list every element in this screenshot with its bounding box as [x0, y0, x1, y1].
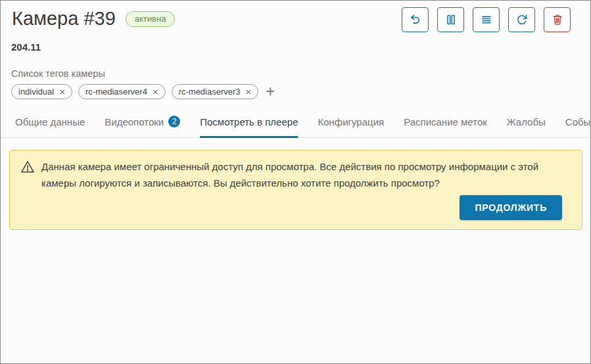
tag-label: rc-mediaserver3	[179, 87, 241, 97]
undo-button[interactable]	[402, 7, 429, 32]
tab-configuration[interactable]: Конфигурация	[318, 108, 384, 138]
toolbar	[402, 7, 571, 32]
title-wrap: Камера #39 активна	[12, 7, 175, 30]
tab-mark-schedule[interactable]: Расписание меток	[404, 108, 487, 138]
tab-general[interactable]: Общие данные	[15, 108, 85, 138]
tab-label: Конфигурация	[318, 116, 384, 127]
remove-tag-icon[interactable]: ×	[153, 87, 158, 97]
warning-text: Данная камера имеет ограниченный доступ …	[41, 158, 571, 191]
tab-count-badge: 2	[168, 116, 180, 127]
tab-label: События	[565, 116, 591, 127]
add-tag-button[interactable]: +	[266, 83, 275, 99]
remove-tag-icon[interactable]: ×	[246, 87, 252, 97]
tags-label: Список тегов камеры	[11, 68, 580, 79]
restricted-access-warning: Данная камера имеет ограниченный доступ …	[9, 150, 582, 230]
list-button[interactable]	[473, 7, 500, 32]
tab-view-in-player[interactable]: Посмотреть в плеере	[200, 108, 298, 138]
camera-id: 204.11	[1, 32, 590, 53]
warning-body: Данная камера имеет ограниченный доступ …	[20, 158, 571, 191]
tag-label: individual	[18, 87, 54, 97]
tab-label: Общие данные	[15, 116, 85, 127]
tab-label: Жалобы	[507, 116, 546, 127]
remove-tag-icon[interactable]: ×	[59, 87, 65, 97]
tag-chip[interactable]: individual ×	[11, 84, 72, 99]
tab-complaints[interactable]: Жалобы	[507, 108, 546, 138]
tab-label: Посмотреть в плеере	[200, 116, 298, 127]
status-badge: активна	[126, 11, 176, 28]
tab-events[interactable]: События	[565, 108, 591, 138]
tags-section: Список тегов камеры individual × rc-medi…	[1, 53, 590, 99]
refresh-button[interactable]	[508, 7, 535, 32]
page-title: Камера #39	[12, 9, 116, 30]
tag-chip[interactable]: rc-mediaserver4 ×	[78, 84, 166, 99]
tab-bar: Общие данные Видеопотоки 2 Посмотреть в …	[1, 108, 590, 138]
refresh-icon	[515, 12, 529, 27]
camera-details-window: Камера #39 активна	[0, 0, 591, 364]
tab-videostreams[interactable]: Видеопотоки 2	[105, 108, 180, 138]
tab-label: Расписание меток	[404, 116, 487, 127]
tags-row: individual × rc-mediaserver4 × rc-medias…	[11, 83, 580, 99]
trash-icon	[550, 12, 565, 27]
warning-triangle-icon	[20, 160, 35, 177]
pause-button[interactable]	[437, 7, 464, 32]
delete-button[interactable]	[544, 7, 571, 32]
list-icon	[479, 12, 494, 27]
warning-actions: ПРОДОЛЖИТЬ	[20, 195, 571, 220]
continue-button[interactable]: ПРОДОЛЖИТЬ	[460, 195, 562, 220]
header: Камера #39 активна	[1, 1, 590, 32]
undo-icon	[408, 12, 423, 27]
tag-label: rc-mediaserver4	[85, 87, 147, 97]
tag-chip[interactable]: rc-mediaserver3 ×	[172, 84, 259, 99]
pause-icon	[444, 12, 458, 27]
tab-label: Видеопотоки	[105, 116, 164, 127]
